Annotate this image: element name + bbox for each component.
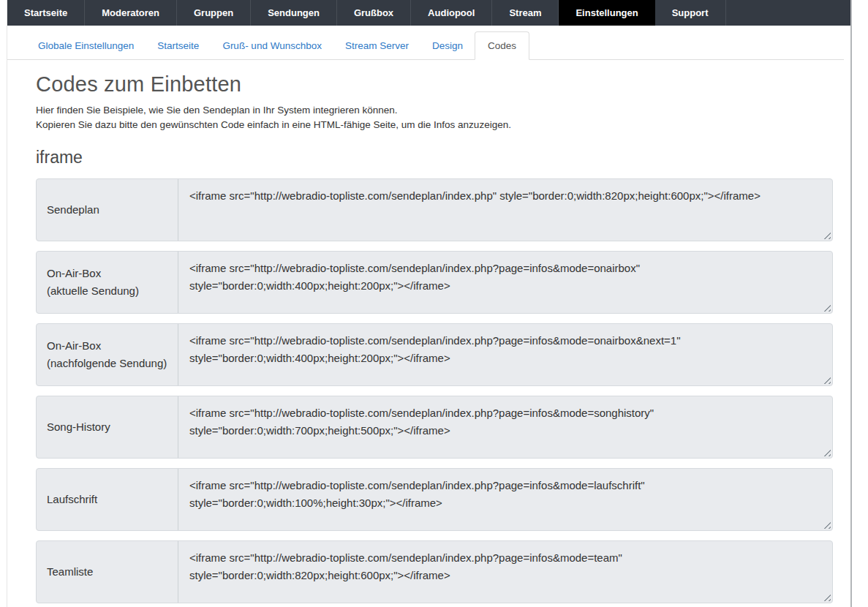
nav-filler	[726, 0, 851, 26]
nav-item-gruppen[interactable]: Gruppen	[177, 0, 251, 26]
nav-item-einstellungen[interactable]: Einstellungen	[559, 0, 654, 26]
code-row-laufschrift: Laufschrift <iframe src="http://webradio…	[36, 468, 833, 531]
tab-globale-einstellungen[interactable]: Globale Einstellungen	[26, 32, 146, 59]
row-label: On-Air-Box (aktuelle Sendung)	[37, 252, 178, 313]
row-label: Sendeplan	[37, 179, 178, 241]
tab-stream-server[interactable]: Stream Server	[333, 32, 420, 59]
code-textarea-songhistory[interactable]: <iframe src="http://webradio-topliste.co…	[178, 396, 832, 458]
nav-item-moderatoren[interactable]: Moderatoren	[85, 0, 177, 26]
nav-item-support[interactable]: Support	[655, 0, 726, 26]
code-textarea-sendeplan[interactable]: <iframe src="http://webradio-topliste.co…	[178, 179, 832, 241]
code-rows: Sendeplan <iframe src="http://webradio-t…	[36, 178, 833, 603]
main-content: Codes zum Einbetten Hier finden Sie Beis…	[7, 72, 851, 603]
top-navigation: Startseite Moderatoren Gruppen Sendungen…	[7, 0, 851, 26]
section-title-iframe: iframe	[36, 148, 833, 167]
code-textarea-laufschrift[interactable]: <iframe src="http://webradio-topliste.co…	[178, 469, 832, 530]
code-textarea-onairbox-nachfolgend[interactable]: <iframe src="http://webradio-topliste.co…	[178, 324, 832, 385]
row-code-cell: <iframe src="http://webradio-topliste.co…	[178, 541, 832, 603]
code-textarea-onairbox-aktuell[interactable]: <iframe src="http://webradio-topliste.co…	[178, 252, 832, 313]
nav-item-grussbox[interactable]: Grußbox	[337, 0, 411, 26]
page-container: Startseite Moderatoren Gruppen Sendungen…	[7, 0, 851, 607]
row-label: Song-History	[37, 396, 178, 458]
nav-item-startseite[interactable]: Startseite	[7, 0, 85, 26]
row-code-cell: <iframe src="http://webradio-topliste.co…	[178, 179, 832, 241]
row-code-cell: <iframe src="http://webradio-topliste.co…	[178, 396, 832, 458]
nav-item-stream[interactable]: Stream	[492, 0, 559, 26]
row-label: Teamliste	[37, 541, 178, 603]
tab-startseite[interactable]: Startseite	[146, 32, 211, 59]
intro-line-1: Hier finden Sie Beispiele, wie Sie den S…	[36, 103, 833, 118]
page-title: Codes zum Einbetten	[36, 72, 833, 97]
row-label: Laufschrift	[37, 469, 178, 530]
row-code-cell: <iframe src="http://webradio-topliste.co…	[178, 324, 832, 385]
tab-codes[interactable]: Codes	[475, 31, 529, 60]
settings-tab-bar: Globale Einstellungen Startseite Gruß- u…	[7, 26, 844, 60]
nav-item-audiopool[interactable]: Audiopool	[411, 0, 492, 26]
code-row-sendeplan: Sendeplan <iframe src="http://webradio-t…	[36, 178, 833, 241]
code-row-songhistory: Song-History <iframe src="http://webradi…	[36, 396, 833, 459]
row-code-cell: <iframe src="http://webradio-topliste.co…	[178, 469, 832, 530]
code-textarea-teamliste[interactable]: <iframe src="http://webradio-topliste.co…	[178, 541, 832, 603]
row-code-cell: <iframe src="http://webradio-topliste.co…	[178, 252, 832, 313]
code-row-teamliste: Teamliste <iframe src="http://webradio-t…	[36, 540, 833, 603]
code-row-onairbox-nachfolgend: On-Air-Box (nachfolgende Sendung) <ifram…	[36, 323, 833, 386]
intro-line-2: Kopieren Sie dazu bitte den gewünschten …	[36, 118, 833, 132]
row-label: On-Air-Box (nachfolgende Sendung)	[37, 324, 178, 385]
nav-item-sendungen[interactable]: Sendungen	[251, 0, 337, 26]
scrollbar-track[interactable]	[850, 0, 868, 607]
code-row-onairbox-aktuell: On-Air-Box (aktuelle Sendung) <iframe sr…	[36, 251, 833, 314]
tab-gruss-und-wunschbox[interactable]: Gruß- und Wunschbox	[211, 32, 333, 59]
tab-design[interactable]: Design	[420, 32, 475, 59]
intro-text: Hier finden Sie Beispiele, wie Sie den S…	[36, 103, 833, 132]
